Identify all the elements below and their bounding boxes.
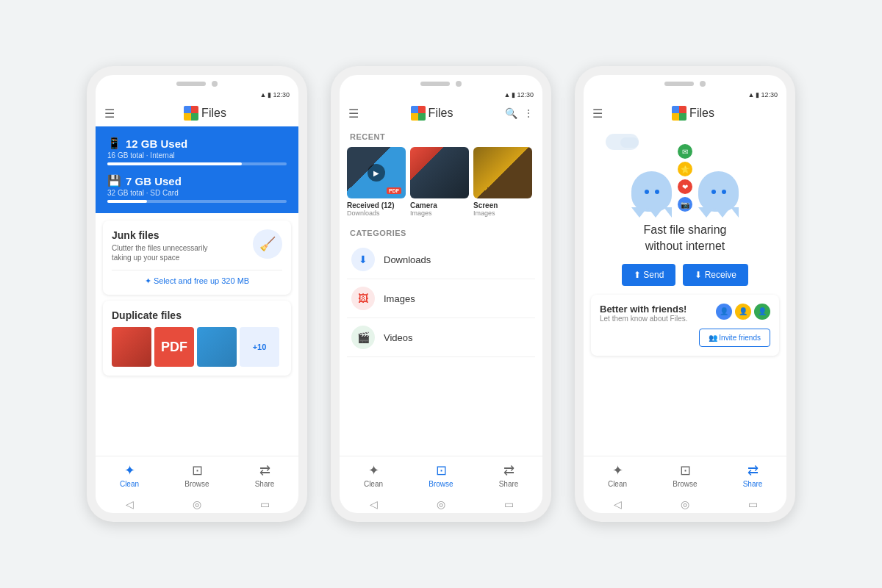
share-icon: ⇄ xyxy=(259,462,270,478)
downloads-label: Downloads xyxy=(384,254,431,265)
phones-container: ▲ ▮ 12:30 ☰ Files xyxy=(72,51,810,537)
status-bar-3: ▲ ▮ 12:30 xyxy=(584,90,786,100)
recent-received[interactable]: PDF ▶ Received (12) Downloads xyxy=(347,147,406,217)
status-bar-2: ▲ ▮ 12:30 xyxy=(340,90,542,100)
clean-icon-2: ✦ xyxy=(368,462,379,478)
hamburger-icon[interactable]: ☰ xyxy=(104,107,115,121)
clean-label-2: Clean xyxy=(364,480,383,488)
friends-title: Better with friends! xyxy=(600,304,688,315)
receive-button[interactable]: ⬇ Receive xyxy=(683,264,748,286)
phone-3-content: ✉ ⭐ ❤ 📷 Fast file sharingw xyxy=(584,126,786,494)
sd-used: 7 GB Used xyxy=(126,175,182,187)
pdf-badge: PDF xyxy=(387,187,401,194)
nav-clean-2[interactable]: ✦ Clean xyxy=(340,462,407,488)
internal-storage: 📱 12 GB Used 16 GB total · Internal xyxy=(107,137,287,165)
select-free-button[interactable]: ✦ Select and free up 320 MB xyxy=(112,270,282,286)
browse-label-2: Browse xyxy=(429,480,453,488)
recent-row: PDF ▶ Received (12) Downloads Camera Ima… xyxy=(340,144,542,223)
friends-avatars: 👤 👤 👤 xyxy=(716,304,770,320)
send-button[interactable]: ⬆ Send xyxy=(622,264,675,286)
browse-icon-3: ⊡ xyxy=(680,462,691,478)
phone-2-bottom-bar: ◁ ◎ ▭ xyxy=(340,494,542,513)
recent-camera[interactable]: Camera Images xyxy=(410,147,469,217)
thumb-3 xyxy=(197,327,237,367)
share-icon-3: ⇄ xyxy=(747,462,759,478)
phone-3-screen: ▲ ▮ 12:30 ☰ Files xyxy=(584,75,786,513)
received-sub: Downloads xyxy=(347,209,406,217)
clean-label-3: Clean xyxy=(608,480,627,488)
nav-share-3[interactable]: ⇄ Share xyxy=(719,462,786,488)
nav-clean-3[interactable]: ✦ Clean xyxy=(584,462,651,488)
ghost-left xyxy=(631,171,672,212)
junk-card: Junk files Clutter the files unnecessari… xyxy=(103,220,291,295)
avatar-blue: 👤 xyxy=(716,304,732,320)
videos-icon: 🎬 xyxy=(351,326,375,349)
camera xyxy=(212,81,218,87)
home-button-3[interactable]: ◎ xyxy=(679,498,691,510)
thumb-2: PDF xyxy=(154,327,194,367)
share-heading: Fast file sharingwithout internet xyxy=(584,222,786,264)
more-icon[interactable]: ⋮ xyxy=(523,107,534,119)
app-logo-1: Files xyxy=(121,106,290,121)
battery-icon: ▮ xyxy=(268,91,271,98)
received-label: Received (12) xyxy=(347,201,406,209)
clean-icon-3: ✦ xyxy=(612,462,623,478)
nav-browse-1[interactable]: ⊡ Browse xyxy=(163,462,231,488)
phone-1-screen: ▲ ▮ 12:30 ☰ Files xyxy=(96,75,298,513)
invite-friends-button[interactable]: 👥 Invite friends xyxy=(699,329,770,347)
battery-icon-3: ▮ xyxy=(756,91,759,98)
app-title-1: Files xyxy=(201,107,226,120)
recent-screen[interactable]: Screen Images xyxy=(473,147,532,217)
nav-browse-3[interactable]: ⊡ Browse xyxy=(651,462,719,488)
nav-share-1[interactable]: ⇄ Share xyxy=(231,462,298,488)
logo-icon-2 xyxy=(411,106,426,121)
avatar-green: 👤 xyxy=(754,304,770,320)
clean-label: Clean xyxy=(120,480,139,488)
recents-button[interactable]: ▭ xyxy=(259,498,270,510)
recent-label: RECENT xyxy=(340,126,542,144)
cat-videos[interactable]: 🎬 Videos xyxy=(347,318,535,357)
thumb-camera xyxy=(410,147,469,198)
avatar-orange: 👤 xyxy=(735,304,751,320)
badge-yellow: ⭐ xyxy=(678,162,692,176)
nav-clean-1[interactable]: ✦ Clean xyxy=(96,462,163,488)
time-2: 12:30 xyxy=(517,91,534,98)
back-button-3[interactable]: ◁ xyxy=(612,498,623,510)
hamburger-icon-2[interactable]: ☰ xyxy=(348,107,359,121)
junk-icon: 🧹 xyxy=(253,229,282,259)
logo-icon-3 xyxy=(672,106,686,121)
nav-browse-2[interactable]: ⊡ Browse xyxy=(407,462,475,488)
nav-share-2[interactable]: ⇄ Share xyxy=(475,462,542,488)
bottom-nav-3: ✦ Clean ⊡ Browse ⇄ Share xyxy=(584,456,786,494)
badge-green: ✉ xyxy=(678,144,692,159)
hamburger-icon-3[interactable]: ☰ xyxy=(592,107,603,121)
recents-button-3[interactable]: ▭ xyxy=(747,498,759,510)
friends-desc: Let them know about Files. xyxy=(600,315,688,323)
camera-sub: Images xyxy=(410,209,469,217)
back-button[interactable]: ◁ xyxy=(123,498,135,510)
share-illustration: ✉ ⭐ ❤ 📷 xyxy=(584,126,786,222)
time-3: 12:30 xyxy=(761,91,778,98)
sd-icon: 💾 xyxy=(107,174,121,187)
search-icon[interactable]: 🔍 xyxy=(505,107,517,119)
back-button-2[interactable]: ◁ xyxy=(368,498,379,510)
browse-label: Browse xyxy=(184,480,209,488)
home-button-2[interactable]: ◎ xyxy=(435,498,447,510)
images-icon: 🖼 xyxy=(351,287,375,310)
cat-images[interactable]: 🖼 Images xyxy=(347,279,535,318)
sharing-icons: ✉ ⭐ ❤ 📷 xyxy=(678,144,692,212)
app-logo-3: Files xyxy=(609,106,778,121)
recents-button-2[interactable]: ▭ xyxy=(503,498,514,510)
home-button[interactable]: ◎ xyxy=(191,498,203,510)
badge-red: ❤ xyxy=(678,179,692,194)
signal-icon: ▲ xyxy=(260,91,267,98)
ghost-right xyxy=(698,171,739,212)
cat-downloads[interactable]: ⬇ Downloads xyxy=(347,240,535,279)
play-icon: ▶ xyxy=(368,164,385,182)
camera-label: Camera xyxy=(410,201,469,209)
screen-label: Screen xyxy=(473,201,532,209)
browse-label-3: Browse xyxy=(673,480,697,488)
speaker xyxy=(176,82,206,86)
phone-2-screen: ▲ ▮ 12:30 ☰ Files 🔍 xyxy=(340,75,542,513)
signal-icon-3: ▲ xyxy=(748,91,755,98)
